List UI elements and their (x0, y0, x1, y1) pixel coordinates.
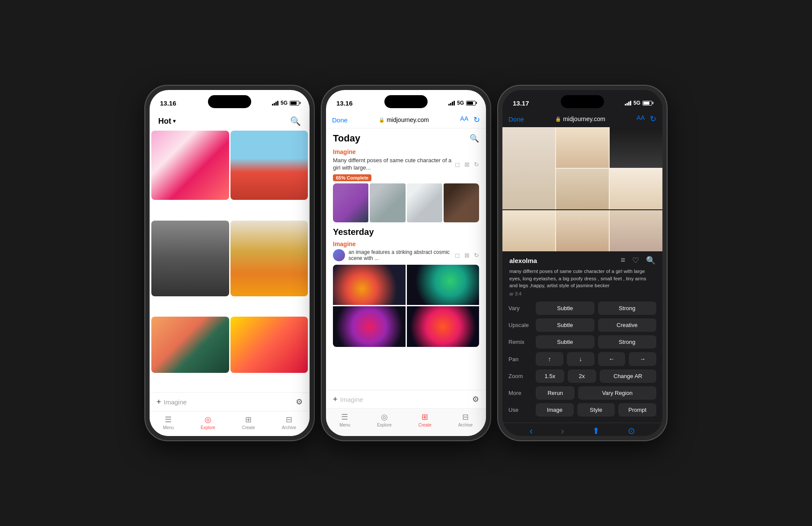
pan-row: Pan ↑ ↓ ← → (508, 352, 656, 366)
vary-strong-btn[interactable]: Strong (598, 301, 657, 315)
hide-icon-2[interactable]: ◻ (455, 252, 460, 259)
doll-img-1[interactable] (333, 183, 368, 222)
url-bar-3[interactable]: 🔒 midjourney.com (555, 115, 605, 122)
char-img-4[interactable] (610, 169, 662, 209)
rerun-btn[interactable]: Rerun (536, 386, 575, 400)
yesterday-title: Yesterday (333, 227, 479, 237)
network-label-1: 5G (281, 100, 288, 106)
cosmic-img-4[interactable] (407, 306, 480, 347)
app-header-1: Hot ▾ 🔍 (150, 112, 310, 131)
char-bot-1[interactable] (502, 210, 555, 251)
filter-icon-1[interactable]: ⚙ (296, 397, 303, 407)
image-abstract[interactable] (151, 317, 229, 373)
cosmic-img-2[interactable] (407, 265, 480, 305)
char-bot-3[interactable] (610, 210, 662, 251)
doll-img-2[interactable] (370, 183, 405, 222)
image-boy[interactable] (230, 221, 308, 296)
pan-left-btn[interactable]: ← (598, 352, 626, 366)
imagine-label-1: Imagine (164, 398, 187, 406)
remix-subtle-btn[interactable]: Subtle (536, 335, 595, 349)
filter-selector[interactable]: Hot ▾ (158, 117, 176, 126)
signal-icon-1 (272, 101, 278, 106)
time-1: 13.16 (160, 99, 176, 107)
prompt-text-2b: an image features a striking abstract co… (348, 249, 455, 261)
use-row: Use Image Style Prompt (508, 403, 656, 417)
create-icon-1: ⊞ (245, 415, 252, 424)
zoom-row: Zoom 1.5x 2x Change AR (508, 369, 656, 383)
url-bar-2[interactable]: 🔒 midjourney.com (379, 116, 429, 123)
search-icon-3[interactable]: 🔍 (646, 256, 655, 265)
pan-right-btn[interactable]: → (629, 352, 656, 366)
char-img-2[interactable] (610, 127, 662, 168)
share-btn-3[interactable]: ⬆ (592, 426, 600, 436)
hide-icon[interactable]: ◻ (455, 161, 460, 168)
network-label-2: 5G (457, 100, 464, 106)
tab-explore-1[interactable]: ◎ Explore (201, 415, 215, 430)
tab-create-2[interactable]: ⊞ Create (419, 412, 432, 427)
upscale-subtle-btn[interactable]: Subtle (536, 318, 595, 332)
list-icon[interactable]: ≡ (620, 256, 625, 265)
action-icons-2a: ◻ ⊠ ↻ (455, 161, 479, 168)
image-girl-strawberry[interactable] (230, 131, 308, 200)
tab-menu-1[interactable]: ☰ Menu (163, 415, 174, 430)
image-stamp[interactable] (230, 317, 308, 373)
char-img-3[interactable] (556, 169, 609, 209)
done-button-2[interactable]: Done (332, 116, 348, 124)
vary-region-btn[interactable]: Vary Region (578, 386, 656, 400)
doll-img-3[interactable] (407, 183, 442, 222)
refresh-button-2[interactable]: ↻ (473, 115, 480, 125)
tab-explore-2[interactable]: ◎ Explore (377, 412, 392, 427)
phone-3: 13.17 5G Done 🔒 midjourney.com (498, 86, 667, 440)
tab-create-1[interactable]: ⊞ Create (242, 415, 255, 430)
done-button-3[interactable]: Done (508, 115, 524, 123)
vary-subtle-btn[interactable]: Subtle (536, 301, 595, 315)
explore-icon-2: ◎ (381, 412, 388, 422)
aa-button-2[interactable]: AA (460, 115, 468, 125)
app-content-1: Hot ▾ 🔍 + Imagine ⚙ (150, 112, 310, 436)
heart-icon[interactable]: ♡ (632, 256, 639, 265)
char-img-1[interactable] (556, 127, 609, 168)
zoom-change-ar-btn[interactable]: Change AR (600, 369, 657, 383)
filter-icon-2[interactable]: ⚙ (472, 394, 479, 404)
signal-icon-3 (625, 101, 631, 106)
actions-panel-3: Vary Subtle Strong Upscale Subtle Creati… (502, 299, 662, 423)
aa-button-3[interactable]: AA (636, 114, 645, 124)
image-lion[interactable] (151, 131, 229, 200)
tab-archive-label-2: Archive (458, 423, 473, 427)
refresh-button-3[interactable]: ↻ (650, 114, 656, 124)
redo-icon-2[interactable]: ↻ (474, 252, 479, 259)
tab-archive-1[interactable]: ⊟ Archive (282, 415, 296, 430)
char-bot-2[interactable] (556, 210, 609, 251)
save-icon[interactable]: ⊠ (464, 161, 470, 168)
imagine-input-1[interactable]: + Imagine (157, 398, 187, 407)
zoom-15x-btn[interactable]: 1.5x (536, 369, 564, 383)
cosmic-img-1[interactable] (333, 265, 406, 305)
ar-label-3: ar 3:4 (509, 291, 655, 296)
archive-icon-1: ⊟ (286, 415, 292, 424)
cosmic-img-3[interactable] (333, 306, 406, 347)
upscale-creative-btn[interactable]: Creative (598, 318, 657, 332)
use-prompt-btn[interactable]: Prompt (618, 403, 656, 417)
use-image-btn[interactable]: Image (536, 403, 574, 417)
use-style-btn[interactable]: Style (577, 403, 615, 417)
imagine-input-2[interactable]: + Imagine (333, 395, 363, 404)
char-img-tall-1[interactable] (502, 127, 555, 209)
search-icon-2[interactable]: 🔍 (470, 134, 479, 143)
forward-btn-3[interactable]: › (561, 426, 564, 436)
doll-img-4[interactable] (444, 183, 479, 222)
pan-up-btn[interactable]: ↑ (536, 352, 563, 366)
prompt-text-2a: Many differnt poses of same cute charact… (333, 157, 455, 172)
back-btn-3[interactable]: ‹ (530, 426, 533, 436)
time-2: 13.16 (336, 99, 353, 107)
pan-down-btn[interactable]: ↓ (567, 352, 595, 366)
search-button-1[interactable]: 🔍 (290, 116, 301, 126)
remix-strong-btn[interactable]: Strong (598, 335, 657, 349)
zoom-2x-btn[interactable]: 2x (568, 369, 596, 383)
image-bust[interactable] (151, 221, 229, 296)
plus-icon-1: + (157, 398, 161, 407)
save-icon-2[interactable]: ⊠ (464, 252, 470, 259)
tab-archive-2[interactable]: ⊟ Archive (458, 412, 473, 427)
redo-icon[interactable]: ↻ (474, 161, 479, 168)
compass-btn-3[interactable]: ⊙ (628, 426, 635, 436)
tab-menu-2[interactable]: ☰ Menu (339, 412, 350, 427)
